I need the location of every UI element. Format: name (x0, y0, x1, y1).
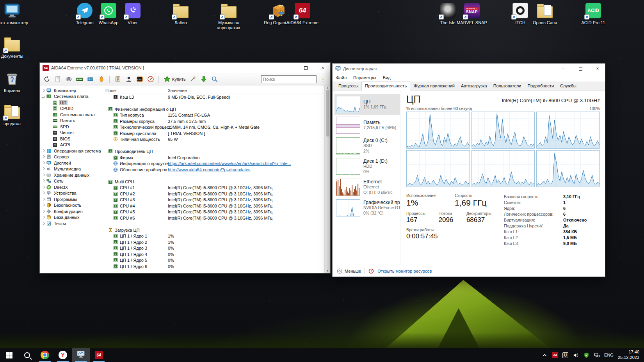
osd-toolbar-icon[interactable]: OSD (136, 76, 143, 83)
table-row[interactable]: CPU #2Intel(R) Core(TM) i5-8600 CPU @ 3.… (102, 191, 324, 197)
desktop-icon-marvel-snap[interactable]: MARVELSNAPMARVEL SNAP (455, 2, 488, 25)
memory-toolbar-icon[interactable] (76, 76, 83, 83)
tab-журнал-приложений[interactable]: Журнал приложений (410, 82, 458, 90)
antivirus-shield-icon[interactable] (583, 352, 589, 358)
desktop-icon-музыка-на-корпоратив[interactable]: Музыка на корпоратив (212, 2, 245, 30)
taskmgr-close-button[interactable]: × (590, 64, 605, 74)
tab-службы[interactable]: Службы (557, 82, 580, 90)
desktop-icon-орлов-саня[interactable]: Орлов Саня (528, 2, 561, 25)
taskbar-search-button[interactable] (18, 348, 36, 362)
clock[interactable]: 17:40 25.12.2023 (618, 350, 639, 360)
tray-utorrent-icon[interactable]: U (562, 352, 568, 358)
table-row[interactable]: ЦП 1 / Ядро 21% (102, 239, 324, 245)
tree-item-directx[interactable]: DirectX (40, 184, 102, 190)
tree-item-cpuid[interactable]: CPUID (40, 106, 102, 112)
tree-item-безопасность[interactable]: Безопасность (40, 202, 102, 209)
wand-toolbar-icon[interactable] (189, 76, 197, 83)
tab-производительность[interactable]: Производительность (361, 82, 410, 90)
gpu-toolbar-icon[interactable] (87, 76, 94, 83)
start-button[interactable] (0, 348, 18, 362)
gauge-toolbar-icon[interactable] (147, 76, 154, 83)
search-input[interactable] (261, 75, 317, 83)
table-row[interactable]: Информация о продуктеhttps://ark.intel.c… (102, 161, 324, 167)
tree-item-компьютер[interactable]: Компьютер (40, 87, 102, 94)
tree-item-сеть[interactable]: Сеть (40, 178, 102, 185)
aida64-close-button[interactable]: × (315, 63, 330, 73)
tab-подробности[interactable]: Подробности (524, 82, 557, 90)
volume-icon[interactable] (573, 352, 579, 358)
tray-aida64-icon[interactable]: 64 (552, 352, 558, 358)
table-row[interactable]: Типичная мощность65 W (102, 137, 324, 143)
aida64-minimize-button[interactable]: – (281, 63, 296, 73)
row-spacer[interactable] (102, 142, 324, 149)
table-row[interactable]: CPU #1Intel(R) Core(TM) i5-8600 CPU @ 3.… (102, 185, 324, 191)
chevron-right-icon[interactable] (42, 161, 45, 165)
table-row[interactable]: ЦП 1 / Ядро 30% (102, 245, 324, 252)
cpu-core-graphs[interactable] (406, 112, 600, 187)
taskbar-chrome-button[interactable] (36, 348, 54, 362)
chevron-right-icon[interactable] (42, 204, 45, 207)
tree-item-acpi[interactable]: ACPI (40, 142, 102, 148)
column-field[interactable]: Поле (102, 88, 168, 93)
table-row[interactable]: Физическая информация о ЦП (102, 106, 324, 112)
chevron-right-icon[interactable] (42, 155, 45, 158)
aida64-column-headers[interactable]: Поле Значение (102, 87, 324, 94)
taskmgr-minimize-button[interactable]: – (556, 64, 571, 74)
tree-item-программы[interactable]: Программы (40, 196, 102, 202)
tree-item-мультимедиа[interactable]: Мультимедиа (40, 166, 102, 172)
menu-вид[interactable]: Вид (383, 75, 391, 80)
chevron-right-icon[interactable] (42, 222, 45, 225)
table-row[interactable]: Обновление драйверовhttp://www.aida64.co… (102, 167, 324, 173)
tree-item-хранение-данных[interactable]: Хранение данных (40, 172, 102, 178)
tree-item-чипсет[interactable]: Чипсет (40, 130, 102, 136)
chevron-right-icon[interactable] (42, 192, 45, 195)
chevron-right-icon[interactable] (42, 198, 45, 201)
desktop-icon-лабио[interactable]: Лабио (164, 2, 197, 25)
buy-button[interactable]: Купить (163, 76, 186, 83)
more-options-icon[interactable]: ⋮ (319, 76, 327, 82)
desktop-icon-корзина[interactable]: Корзина (0, 70, 28, 93)
report-toolbar-icon[interactable] (54, 76, 61, 83)
tree-item-тесты[interactable]: Тесты (40, 220, 102, 227)
chevron-right-icon[interactable] (42, 149, 45, 153)
tree-item-системная-плата[interactable]: Системная плата (40, 112, 102, 118)
chevron-right-icon[interactable] (42, 186, 45, 189)
chevron-down-icon[interactable] (42, 95, 45, 98)
tree-item-bios[interactable]: BIOS (40, 136, 102, 142)
row-spacer[interactable] (102, 100, 324, 106)
tree-item-spd[interactable]: SPD (40, 124, 102, 130)
perf-sidebar-disk0[interactable]: Диск 0 (C:)SSD2% (334, 135, 400, 156)
desktop-icon-этот-компьютер[interactable]: Этот компьютер (0, 2, 28, 25)
aida64-titlebar[interactable]: 64 AIDA64 Extreme v7.00.6700 [ TRIAL VER… (40, 63, 330, 73)
tab-пользователи[interactable]: Пользователи (490, 82, 525, 90)
tray-chevron-up-icon[interactable] (541, 352, 548, 358)
table-row[interactable]: Multi CPU (102, 179, 324, 185)
table-row[interactable]: Производитель ЦП (102, 149, 324, 155)
tab-процессы[interactable]: Процессы (335, 82, 361, 90)
table-row[interactable]: Кэш L39 МБ (On-Die, ECC, Full-Speed) (102, 94, 324, 100)
benchmark-toolbar-icon[interactable] (114, 76, 121, 83)
tree-item-цп[interactable]: ЦП (40, 99, 102, 106)
desktop-icon-документы[interactable]: Документы (0, 36, 28, 59)
table-row[interactable]: CPU #6Intel(R) Core(TM) i5-8600 CPU @ 3.… (102, 215, 324, 221)
row-spacer[interactable] (102, 173, 324, 179)
row-spacer[interactable] (102, 221, 324, 227)
table-row[interactable]: Тип корпуса1151 Contact FC-LGA (102, 112, 324, 119)
network-icon[interactable] (594, 352, 600, 358)
tree-item-системная-плата[interactable]: Системная плата (40, 94, 102, 100)
perf-sidebar-disk1[interactable]: Диск 1 (D:)HDD0% (334, 156, 400, 177)
desktop-icon-acid-pro-11[interactable]: ACIDACID Pro 11 (577, 2, 610, 25)
tree-item-устройства[interactable]: Устройства (40, 190, 102, 197)
tree-item-операционная-система[interactable]: Операционная система (40, 148, 102, 154)
chevron-right-icon[interactable] (42, 174, 45, 177)
perf-sidebar-cpu[interactable]: ЦП1% 1,69 ГГц (334, 94, 400, 115)
cpu-toolbar-icon[interactable] (65, 76, 72, 83)
chevron-right-icon[interactable] (42, 210, 45, 213)
menu-файл[interactable]: Файл (336, 75, 347, 80)
find-toolbar-icon[interactable] (211, 76, 219, 83)
perf-sidebar-eth[interactable]: EthernetEthernetО: 0 П: 0 кбит/с (334, 177, 400, 197)
table-row[interactable]: Размеры корпуса37.5 mm x 37.5 mm (102, 118, 324, 124)
table-row[interactable]: ЦП 1 / Ядро 50% (102, 257, 324, 264)
table-row[interactable]: Загрузка ЦП (102, 227, 324, 233)
user-toolbar-icon[interactable] (125, 76, 132, 83)
